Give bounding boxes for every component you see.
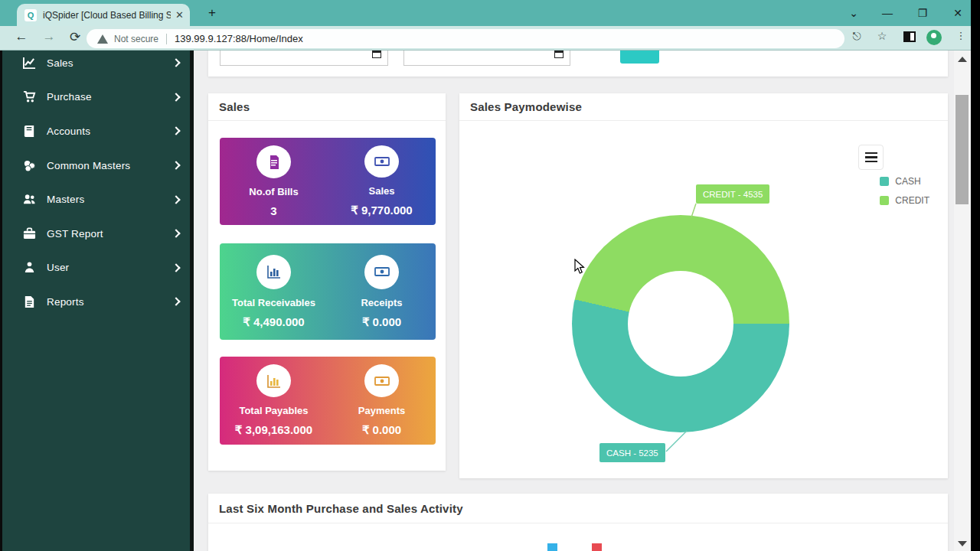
stat-label: Sales bbox=[369, 185, 395, 197]
stat-value: ₹ 9,770.000 bbox=[351, 204, 412, 217]
stat-value: ₹ 0.000 bbox=[362, 315, 401, 329]
sidebar: Sales Purchase Accounts bbox=[0, 51, 194, 551]
sales-card-title: Sales bbox=[219, 100, 250, 113]
sidebar-menu: Sales Purchase Accounts bbox=[2, 46, 190, 319]
user-icon bbox=[21, 260, 37, 276]
stat-value: ₹ 0.000 bbox=[362, 423, 401, 437]
window-minimize-button[interactable]: — bbox=[877, 5, 897, 21]
browser-tab[interactable]: Q iQSpider [Cloud Based Billing Sys ✕ bbox=[17, 4, 190, 26]
chevron-right-icon bbox=[172, 127, 180, 135]
sales-series-swatch[interactable] bbox=[592, 543, 602, 551]
screen-right-edge bbox=[971, 0, 980, 551]
activity-card-title: Last Six Month Purchase and Sales Activi… bbox=[219, 502, 463, 515]
sidebar-item-label: Masters bbox=[47, 194, 173, 205]
chevron-right-icon bbox=[172, 161, 180, 169]
sidebar-item-label: User bbox=[47, 262, 173, 273]
browser-chrome: Q iQSpider [Cloud Based Billing Sys ✕ + … bbox=[0, 0, 980, 51]
payables-payments-stat-tile: Total Payables ₹ 3,09,163.000 Payments ₹… bbox=[220, 357, 436, 445]
sidebar-item-label: Sales bbox=[47, 57, 173, 69]
payments-stat: Payments ₹ 0.000 bbox=[328, 357, 436, 445]
sidebar-item-common-masters[interactable]: Common Masters bbox=[2, 148, 190, 183]
not-secure-warning-icon bbox=[97, 34, 108, 44]
page-scrollbar[interactable] bbox=[954, 51, 971, 551]
chevron-right-icon bbox=[172, 59, 180, 67]
sales-card: Sales No.of Bills 3 Sales ₹ 9,770.000 bbox=[208, 93, 446, 471]
cash-icon bbox=[364, 255, 399, 289]
receipts-stat: Receipts ₹ 0.000 bbox=[328, 243, 436, 340]
receivables-receipts-stat-tile: Total Receivables ₹ 4,490.000 Receipts ₹… bbox=[220, 243, 436, 340]
tab-close-icon[interactable]: ✕ bbox=[175, 9, 184, 21]
chrome-menu-icon[interactable]: ⋮ bbox=[952, 30, 969, 41]
bar-chart-icon bbox=[256, 255, 291, 289]
extension-icon[interactable] bbox=[926, 30, 942, 45]
donut-hole bbox=[628, 271, 733, 377]
stat-value: 3 bbox=[270, 204, 276, 217]
calendar-icon[interactable] bbox=[554, 50, 564, 58]
reload-button[interactable]: ⟳ bbox=[66, 29, 84, 45]
sidebar-item-reports[interactable]: Reports bbox=[2, 285, 190, 319]
sidebar-item-gst-report[interactable]: GST Report bbox=[2, 217, 190, 251]
sidebar-item-user[interactable]: User bbox=[2, 251, 190, 285]
chart-line-icon bbox=[21, 55, 37, 70]
scroll-down-icon[interactable] bbox=[958, 541, 967, 546]
legend-item-credit[interactable]: CREDIT bbox=[880, 195, 929, 206]
total-receivables-stat: Total Receivables ₹ 4,490.000 bbox=[220, 243, 328, 340]
stat-label: Total Payables bbox=[239, 405, 308, 417]
stat-value: ₹ 3,09,163.000 bbox=[235, 423, 312, 437]
not-secure-label: Not secure bbox=[114, 34, 158, 44]
url-divider bbox=[166, 34, 167, 44]
bills-sales-stat-tile: No.of Bills 3 Sales ₹ 9,770.000 bbox=[220, 138, 436, 225]
screen: Sales No.of Bills 3 Sales ₹ 9,770.000 bbox=[0, 0, 980, 551]
address-bar[interactable]: Not secure 139.99.9.127:88/Home/Index bbox=[87, 29, 844, 48]
activity-card: Last Six Month Purchase and Sales Activi… bbox=[208, 494, 948, 551]
side-panel-icon[interactable] bbox=[903, 31, 916, 42]
chevron-right-icon bbox=[172, 93, 180, 101]
credit-label-badge: CREDIT - 4535 bbox=[696, 184, 769, 204]
paymodewise-card: Sales Paymodewise CASH CREDIT CREDIT - 4… bbox=[459, 93, 948, 478]
sidebar-item-sales[interactable]: Sales bbox=[2, 46, 190, 80]
calendar-icon[interactable] bbox=[372, 50, 381, 58]
bookmark-star-icon[interactable]: ☆ bbox=[874, 30, 890, 42]
sales-amount-stat: Sales ₹ 9,770.000 bbox=[328, 138, 436, 225]
chevron-right-icon bbox=[172, 230, 180, 238]
back-button[interactable]: ← bbox=[12, 29, 31, 44]
sidebar-item-label: Common Masters bbox=[47, 160, 173, 171]
sidebar-item-purchase[interactable]: Purchase bbox=[2, 80, 190, 115]
mouse-cursor bbox=[574, 259, 585, 275]
chevron-right-icon bbox=[172, 263, 180, 272]
scrollbar-thumb[interactable] bbox=[956, 95, 969, 204]
chart-menu-button[interactable] bbox=[858, 145, 884, 170]
bar-chart-icon bbox=[256, 364, 291, 397]
paymodewise-card-title: Sales Paymodewise bbox=[470, 100, 582, 113]
tab-search-icon[interactable]: ⌄ bbox=[844, 5, 864, 21]
sidebar-item-masters[interactable]: Masters bbox=[2, 182, 190, 217]
cash-icon bbox=[364, 145, 399, 178]
sidebar-item-label: GST Report bbox=[47, 228, 173, 240]
total-payables-stat: Total Payables ₹ 3,09,163.000 bbox=[220, 357, 328, 445]
sales-card-header: Sales bbox=[208, 93, 446, 121]
purchase-series-swatch[interactable] bbox=[547, 543, 557, 551]
share-icon[interactable]: ⎋ bbox=[848, 30, 865, 43]
briefcase-icon bbox=[21, 226, 37, 241]
new-tab-button[interactable]: + bbox=[205, 6, 219, 20]
site-favicon: Q bbox=[24, 9, 37, 21]
coins-icon bbox=[21, 158, 37, 173]
sidebar-item-label: Purchase bbox=[47, 91, 173, 103]
chevron-right-icon bbox=[172, 195, 180, 204]
stat-value: ₹ 4,490.000 bbox=[243, 315, 304, 329]
tab-title: iQSpider [Cloud Based Billing Sys bbox=[43, 10, 171, 21]
window-restore-button[interactable]: ❐ bbox=[913, 5, 933, 21]
forward-button[interactable]: → bbox=[40, 29, 58, 44]
sidebar-item-accounts[interactable]: Accounts bbox=[2, 114, 190, 148]
cash-label-badge: CASH - 5235 bbox=[599, 443, 665, 462]
users-icon bbox=[21, 192, 37, 207]
window-close-button[interactable]: ✕ bbox=[948, 5, 968, 21]
legend-label: CREDIT bbox=[895, 195, 929, 206]
chart-legend: CASH CREDIT bbox=[880, 176, 929, 214]
stat-label: Payments bbox=[358, 405, 405, 417]
paymodewise-card-header: Sales Paymodewise bbox=[459, 93, 948, 121]
scroll-up-icon[interactable] bbox=[958, 57, 967, 62]
stat-label: Receipts bbox=[361, 297, 402, 309]
legend-item-cash[interactable]: CASH bbox=[880, 176, 929, 187]
activity-card-header: Last Six Month Purchase and Sales Activi… bbox=[208, 494, 948, 523]
